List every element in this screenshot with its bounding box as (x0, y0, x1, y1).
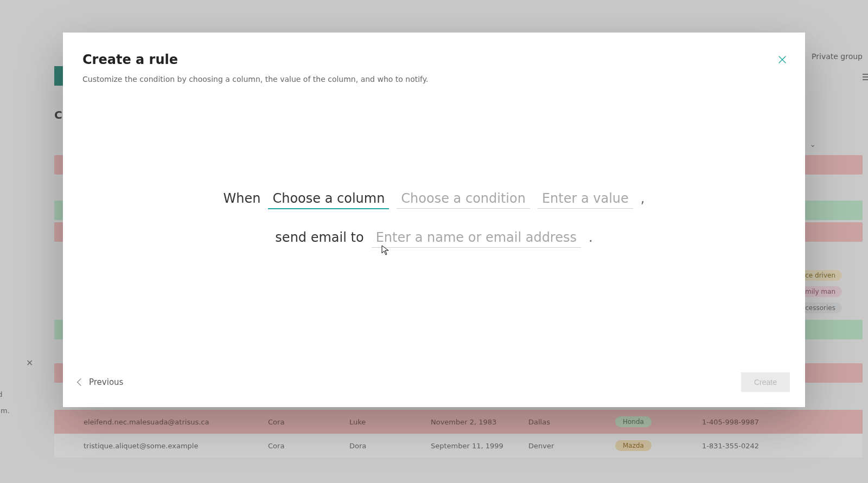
create-button[interactable]: Create (741, 372, 790, 392)
modal-footer: Previous Create (63, 360, 805, 407)
modal-subtitle: Customize the condition by choosing a co… (82, 75, 786, 83)
condition-line: When Choose a column Choose a condition … (224, 190, 645, 209)
choose-column-slot[interactable]: Choose a column (268, 190, 389, 209)
chevron-left-icon (77, 378, 85, 386)
previous-label: Previous (89, 377, 123, 387)
when-label: When (224, 191, 261, 206)
choose-condition-slot[interactable]: Choose a condition (397, 190, 530, 209)
comma: , (641, 191, 645, 206)
close-button[interactable] (775, 52, 790, 67)
modal-title: Create a rule (82, 52, 786, 67)
recipient-slot[interactable]: Enter a name or email address (372, 229, 581, 248)
modal-header: Create a rule Customize the condition by… (63, 33, 805, 88)
create-rule-modal: Create a rule Customize the condition by… (63, 33, 805, 407)
modal-body: When Choose a column Choose a condition … (63, 88, 805, 360)
close-icon (778, 55, 787, 64)
send-label: send email to (275, 230, 363, 245)
period: . (589, 230, 593, 245)
action-line: send email to Enter a name or email addr… (275, 229, 592, 248)
previous-button[interactable]: Previous (78, 377, 123, 387)
enter-value-slot[interactable]: Enter a value (538, 190, 633, 209)
